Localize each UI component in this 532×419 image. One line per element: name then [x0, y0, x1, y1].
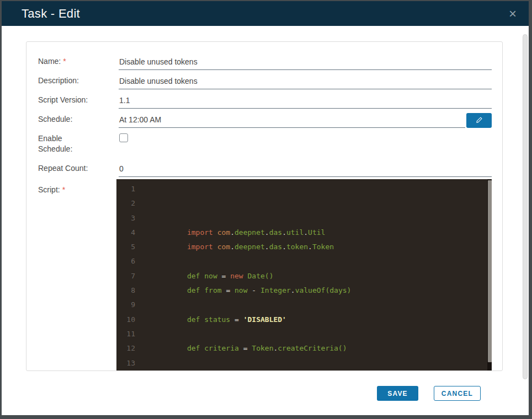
- line-number: 13: [116, 356, 135, 370]
- required-marker: *: [62, 185, 65, 194]
- code-line: 2: [116, 196, 492, 211]
- form-row-name: Name:*Disable unused tokens: [38, 51, 492, 70]
- code-token: das: [269, 228, 282, 237]
- enable-schedule-checkbox[interactable]: [119, 133, 128, 142]
- line-number: 12: [116, 341, 135, 356]
- modal-body: Name:*Disable unused tokensDescription:D…: [2, 26, 529, 401]
- code-token: def from: [187, 286, 226, 294]
- code-line: 11: [116, 327, 492, 341]
- save-button[interactable]: SAVE: [377, 386, 418, 401]
- code-line: 9: [116, 298, 492, 312]
- repeat-count-value: 0: [119, 164, 124, 173]
- screen: Task - Edit × Name:*Disable unused token…: [0, 0, 532, 419]
- code-token: das: [269, 243, 282, 251]
- form-row-script: Script:*1234 import com.deepnet.das.util…: [38, 179, 492, 370]
- code-token: =: [222, 272, 231, 280]
- code-token: =: [235, 315, 243, 324]
- code-token: import: [187, 228, 213, 237]
- code-token: new: [230, 272, 243, 280]
- code-token: .: [308, 243, 312, 251]
- close-icon[interactable]: ×: [509, 8, 517, 19]
- line-number: 5: [116, 240, 135, 254]
- code-line: 12 def criteria = Token.createCriteria(): [116, 341, 492, 356]
- editor-scrollbar-thumb[interactable]: [488, 180, 492, 362]
- schedule-value: At 12:00 AM: [119, 115, 161, 124]
- line-number: 4: [116, 225, 135, 240]
- modal-title: Task - Edit: [22, 7, 80, 21]
- field-checkbox-wrap: [119, 128, 492, 158]
- script-version-value: 1.1: [119, 96, 130, 105]
- code-token: .: [265, 243, 269, 251]
- code-token: Date(): [243, 272, 274, 280]
- code-line: 5 import com.deepnet.das.token.Token: [116, 240, 492, 254]
- code-token: 'DISABLED': [243, 315, 286, 324]
- schedule-edit-button[interactable]: [466, 113, 492, 128]
- code-token: com: [217, 243, 230, 251]
- code-token: createCriteria(): [278, 344, 347, 352]
- name-value: Disable unused tokens: [119, 57, 198, 66]
- description-input[interactable]: Disable unused tokens: [119, 70, 492, 89]
- code-token: deepnet: [235, 228, 265, 237]
- repeat-count-input[interactable]: 0: [119, 158, 492, 177]
- code-token: .: [265, 228, 269, 237]
- code-line: 3: [116, 211, 492, 225]
- code-line: 4 import com.deepnet.das.util.Util: [116, 225, 492, 240]
- field-label: Script Version:: [38, 89, 95, 109]
- code-token: [213, 228, 217, 237]
- footer: SAVE CANCEL: [26, 371, 503, 401]
- form-row-script-version: Script Version:1.1: [38, 89, 492, 109]
- field-label: Repeat Count:: [38, 158, 95, 177]
- code-token: .: [230, 243, 235, 251]
- code-text: import com.deepnet.das.token.Token: [135, 240, 334, 254]
- code-text: def now = new Date(): [135, 269, 273, 283]
- code-token: .: [230, 228, 235, 237]
- form-card: Name:*Disable unused tokensDescription:D…: [26, 41, 503, 371]
- line-number: 7: [116, 269, 135, 283]
- form-rows: Name:*Disable unused tokensDescription:D…: [38, 51, 492, 370]
- form-row-enable-schedule: Enable Schedule:: [38, 128, 492, 158]
- code-token: deepnet: [235, 243, 265, 251]
- code-token: def status: [187, 315, 235, 324]
- line-number: 10: [116, 313, 135, 327]
- code-token: com: [217, 228, 230, 237]
- form-row-description: Description:Disable unused tokens: [38, 70, 492, 89]
- code-token: .: [282, 228, 286, 237]
- modal-header: Task - Edit ×: [2, 1, 529, 26]
- code-text: def criteria = Token.createCriteria(): [135, 341, 347, 356]
- code-token: Token: [312, 243, 334, 251]
- modal-scrollbar-thumb[interactable]: [523, 34, 528, 379]
- required-marker: *: [63, 57, 66, 66]
- code-token: def now: [187, 272, 222, 280]
- code-token: Token: [252, 344, 273, 352]
- line-number: 9: [116, 298, 135, 312]
- schedule-input[interactable]: At 12:00 AM: [119, 109, 465, 128]
- cancel-button[interactable]: CANCEL: [434, 386, 481, 401]
- code-token: token: [286, 243, 308, 251]
- code-token: .: [304, 228, 308, 237]
- code-text: def from = now - Integer.valueOf(days): [135, 283, 351, 298]
- code-text: import com.deepnet.das.util.Util: [135, 225, 325, 240]
- editor-scrollbar: [487, 179, 492, 370]
- script-version-input[interactable]: 1.1: [119, 89, 492, 109]
- script-editor[interactable]: 1234 import com.deepnet.das.util.Util5 i…: [116, 179, 492, 370]
- code-line: 7 def now = new Date(): [116, 269, 492, 283]
- field-label: Description:: [38, 70, 95, 89]
- name-input[interactable]: Disable unused tokens: [119, 51, 492, 70]
- code-line: 1: [116, 182, 492, 196]
- code-token: .: [282, 243, 286, 251]
- line-number: 8: [116, 283, 135, 298]
- line-number: 1: [116, 182, 135, 196]
- code-token: import: [187, 243, 213, 251]
- form-row-schedule: Schedule:At 12:00 AM: [38, 109, 492, 128]
- field-label: Enable Schedule:: [38, 128, 95, 158]
- code-text: def status = 'DISABLED': [135, 313, 286, 327]
- code-token: def criteria: [187, 344, 243, 352]
- code-token: =: [226, 286, 235, 294]
- code-line: 8 def from = now - Integer.valueOf(days): [116, 283, 492, 298]
- code-token: util: [286, 228, 304, 237]
- code-token: =: [243, 344, 252, 352]
- code-token: Util: [308, 228, 325, 237]
- code-line: 10 def status = 'DISABLED': [116, 313, 492, 327]
- code-token: [213, 243, 217, 251]
- code-token: Integer: [260, 286, 291, 294]
